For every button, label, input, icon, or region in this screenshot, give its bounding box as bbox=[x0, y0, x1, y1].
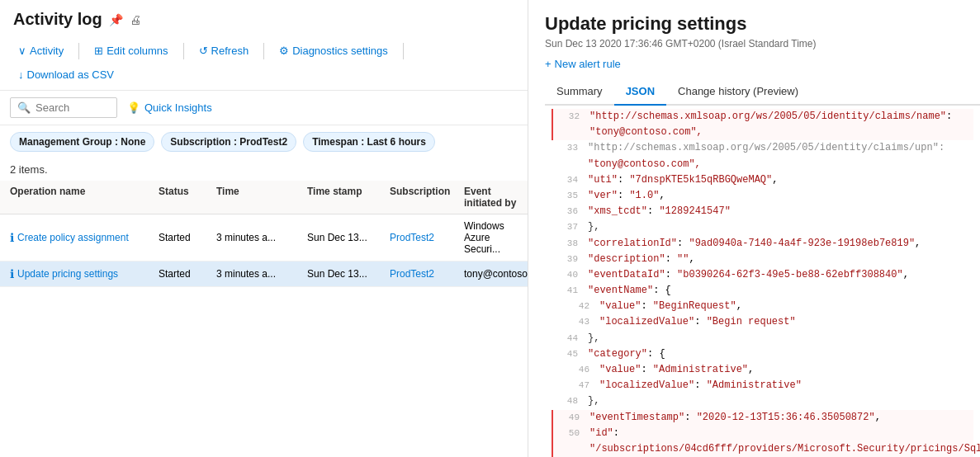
col-timestamp: Time stamp bbox=[307, 186, 390, 209]
timespan-filter[interactable]: Timespan : Last 6 hours bbox=[303, 132, 435, 152]
json-line: 44 }, bbox=[552, 331, 973, 346]
json-content: "value": "BeginRequest", bbox=[599, 299, 742, 314]
info-icon: ℹ bbox=[10, 231, 14, 244]
tab-json[interactable]: JSON bbox=[614, 78, 666, 106]
json-line: 48 }, bbox=[552, 393, 973, 409]
operation-name-cell: ℹ Update pricing settings bbox=[10, 267, 159, 280]
json-line: 35 "ver": "1.0", bbox=[552, 188, 973, 204]
json-content: "xms_tcdt": "1289241547" bbox=[588, 204, 731, 219]
json-content: "tony@contoso.com", bbox=[588, 157, 701, 172]
col-operation-name: Operation name bbox=[10, 186, 159, 209]
col-time: Time bbox=[216, 186, 307, 209]
activity-button[interactable]: ∨ Activity bbox=[10, 40, 72, 61]
pin-icon[interactable]: 📌 bbox=[109, 13, 123, 26]
edit-columns-button[interactable]: ⊞ Edit columns bbox=[86, 40, 176, 61]
line-number: 49 bbox=[555, 410, 580, 426]
line-number: 41 bbox=[553, 283, 578, 299]
col-event-by: Event initiated by bbox=[464, 186, 518, 209]
timestamp-cell: Sun Dec 13... bbox=[307, 232, 390, 243]
line-number: 36 bbox=[553, 204, 578, 219]
json-content: "localizedValue": "Begin request" bbox=[599, 314, 796, 330]
status-cell: Started bbox=[159, 268, 216, 280]
json-line: 36 "xms_tcdt": "1289241547" bbox=[552, 204, 973, 219]
table-body: ℹ Create policy assignment Started 3 min… bbox=[0, 214, 528, 457]
download-button[interactable]: ↓ Download as CSV bbox=[10, 64, 122, 85]
json-content: "uti": "7dnspKTE5k15qRBGQweMAQ", bbox=[588, 172, 778, 188]
json-content: "ver": "1.0", bbox=[588, 188, 665, 204]
tab-summary[interactable]: Summary bbox=[545, 78, 614, 104]
time-cell: 3 minutes a... bbox=[216, 268, 307, 280]
table-row[interactable]: ℹ Create policy assignment Started 3 min… bbox=[0, 214, 528, 261]
line-number: 33 bbox=[553, 140, 578, 156]
json-content: "id": "/subscriptions/04cd6fff/providers… bbox=[589, 426, 980, 457]
op-name-link[interactable]: Create policy assignment bbox=[17, 232, 129, 243]
line-number: 43 bbox=[565, 314, 589, 330]
json-line: 38 "correlationId": "9ad0940a-7140-4a4f-… bbox=[552, 236, 973, 252]
search-input[interactable] bbox=[36, 101, 102, 114]
line-number bbox=[553, 157, 578, 158]
line-number bbox=[555, 125, 580, 125]
json-content: }, bbox=[588, 393, 599, 409]
management-group-filter[interactable]: Management Group : None bbox=[10, 132, 154, 152]
json-content: "description": "", bbox=[588, 252, 695, 267]
line-number: 46 bbox=[565, 362, 589, 378]
json-viewer[interactable]: 32 "http://schemas.xmlsoap.org/ws/2005/0… bbox=[545, 106, 980, 457]
subscription-filter[interactable]: Subscription : ProdTest2 bbox=[161, 132, 296, 152]
activity-label: Activity bbox=[30, 45, 64, 57]
line-number: 34 bbox=[553, 172, 578, 188]
json-line: 47 "localizedValue": "Administrative" bbox=[552, 378, 973, 393]
json-content: "eventDataId": "b0390264-62f3-49e5-be88-… bbox=[588, 267, 909, 283]
json-line: 40 "eventDataId": "b0390264-62f3-49e5-be… bbox=[552, 267, 973, 283]
json-content: }, bbox=[588, 219, 599, 235]
table-row[interactable]: ℹ Update pricing settings Started 3 minu… bbox=[0, 261, 528, 287]
operation-name-cell: ℹ Create policy assignment bbox=[10, 231, 159, 244]
line-number: 39 bbox=[553, 252, 578, 267]
diagnostics-icon: ⚙ bbox=[279, 45, 289, 57]
json-line: 49 "eventTimestamp": "2020-12-13T15:36:4… bbox=[552, 410, 973, 426]
chevron-down-icon: ∨ bbox=[18, 45, 26, 57]
detail-subtitle: Sun Dec 13 2020 17:36:46 GMT+0200 (Israe… bbox=[545, 38, 980, 49]
json-content: "http://schemas.xmlsoap.org/ws/2005/05/i… bbox=[589, 109, 952, 125]
json-content: "eventTimestamp": "2020-12-13T15:36:46.3… bbox=[589, 410, 881, 426]
line-number: 32 bbox=[555, 109, 580, 125]
line-number: 38 bbox=[553, 236, 578, 252]
separator bbox=[263, 43, 264, 59]
columns-icon: ⊞ bbox=[94, 45, 103, 57]
json-line: 46 "value": "Administrative", bbox=[552, 362, 973, 378]
timestamp-cell: Sun Dec 13... bbox=[307, 268, 390, 280]
json-content: "http://schemas.xmlsoap.org/ws/2005/05/i… bbox=[588, 140, 944, 156]
new-alert-rule-button[interactable]: + New alert rule bbox=[545, 58, 980, 70]
status-cell: Started bbox=[159, 232, 216, 243]
diagnostics-button[interactable]: ⚙ Diagnostics settings bbox=[271, 40, 396, 61]
json-line: 45 "category": { bbox=[552, 346, 973, 362]
subscription-cell: ProdTest2 bbox=[390, 232, 464, 243]
line-number: 37 bbox=[553, 219, 578, 235]
filters-bar: Management Group : None Subscription : P… bbox=[0, 125, 528, 158]
detail-tabs: Summary JSON Change history (Preview) bbox=[545, 78, 980, 106]
json-line: 43 "localizedValue": "Begin request" bbox=[552, 314, 973, 330]
left-panel: Activity log 📌 🖨 ∨ Activity ⊞ Edit colum… bbox=[0, 0, 528, 457]
event-by-cell: tony@contoso.com bbox=[464, 268, 528, 280]
json-content: "localizedValue": "Administrative" bbox=[599, 378, 802, 393]
line-number: 48 bbox=[553, 393, 578, 409]
print-icon[interactable]: 🖨 bbox=[130, 13, 141, 26]
line-number: 42 bbox=[565, 299, 589, 314]
refresh-button[interactable]: ↺ Refresh bbox=[191, 40, 258, 61]
page-header: Activity log 📌 🖨 bbox=[0, 0, 528, 35]
table-header: Operation name Status Time Time stamp Su… bbox=[0, 181, 528, 214]
search-box[interactable]: 🔍 bbox=[10, 97, 117, 118]
json-line: 41 "eventName": { bbox=[552, 283, 973, 299]
separator bbox=[78, 43, 79, 59]
tab-change-history[interactable]: Change history (Preview) bbox=[666, 78, 810, 104]
lightbulb-icon: 💡 bbox=[127, 101, 140, 114]
json-content: "category": { bbox=[588, 346, 665, 362]
refresh-icon: ↺ bbox=[199, 45, 208, 57]
event-by-cell: Windows Azure Securi... bbox=[464, 220, 518, 255]
col-status: Status bbox=[159, 186, 216, 209]
json-line: 32 "http://schemas.xmlsoap.org/ws/2005/0… bbox=[552, 109, 973, 125]
line-number: 44 bbox=[553, 331, 578, 346]
quick-insights-button[interactable]: 💡 Quick Insights bbox=[127, 101, 212, 114]
page-title: Activity log bbox=[13, 10, 102, 29]
op-name-link[interactable]: Update pricing settings bbox=[17, 268, 118, 280]
json-line: 50 "id": "/subscriptions/04cd6fff/provid… bbox=[552, 426, 973, 457]
